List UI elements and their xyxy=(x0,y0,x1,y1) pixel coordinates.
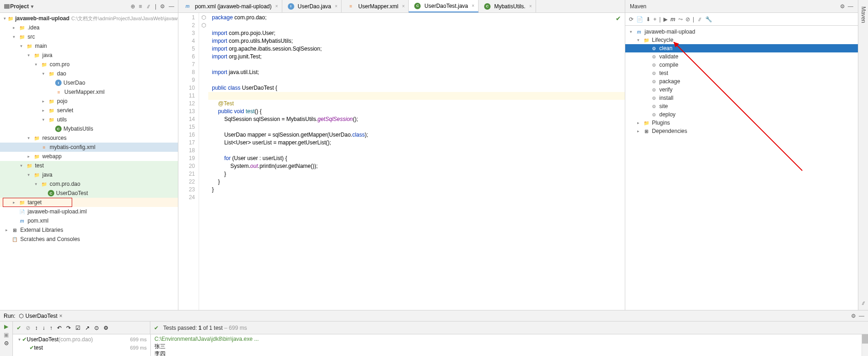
tree-item[interactable]: ▾📁javaweb-mail-uploadC:\文档文件\adminProjec… xyxy=(0,14,178,23)
inspection-ok-icon: ✔ xyxy=(616,15,621,22)
export-icon[interactable]: ☑ xyxy=(75,325,80,331)
tree-item[interactable]: ≡UserMapper.xml xyxy=(0,87,178,97)
maven-item[interactable]: ⚙clean xyxy=(625,44,858,52)
wrench-icon[interactable]: 🔧 xyxy=(705,16,712,23)
close-icon[interactable]: × xyxy=(529,4,532,9)
maven-item[interactable]: ⚙site xyxy=(625,102,858,110)
tree-item[interactable]: 📋Scratches and Consoles xyxy=(0,235,178,244)
maven-item[interactable]: ⚙deploy xyxy=(625,110,858,119)
settings-icon[interactable]: ⚙ xyxy=(160,3,165,10)
offline-icon[interactable]: ⊘ xyxy=(685,16,690,23)
editor-tab[interactable]: IUserDao.java× xyxy=(282,0,342,12)
editor-tab[interactable]: CUserDaoTest.java× xyxy=(409,0,479,12)
right-toolbar: Maven ⫽ xyxy=(858,0,868,310)
reload-icon[interactable]: ⟳ xyxy=(629,16,634,23)
maven-item[interactable]: ▸⊞Dependencies xyxy=(625,127,858,135)
maven-settings-icon[interactable]: ⚙ xyxy=(840,3,845,10)
editor-tab[interactable]: mpom.xml (javaweb-mail-upload)× xyxy=(178,0,282,12)
history-icon[interactable]: ⊙ xyxy=(94,325,99,331)
tree-item[interactable]: ▾📁java xyxy=(0,170,178,179)
test-item[interactable]: ▾ ✔ UserDaoTest (com.pro.dao)699 ms xyxy=(13,335,150,344)
project-tree[interactable]: ▾📁javaweb-mail-uploadC:\文档文件\adminProjec… xyxy=(0,13,178,310)
maven-item[interactable]: ⚙verify xyxy=(625,86,858,94)
run-close-icon[interactable]: × xyxy=(59,313,63,319)
expand-icon[interactable]: ↓ xyxy=(42,325,45,331)
project-icon xyxy=(4,3,10,10)
close-icon[interactable]: × xyxy=(402,4,405,9)
project-header: Project ▾ ⊕ ≡ ⫽ | ⚙ — xyxy=(0,0,178,13)
editor-tab[interactable]: CMybatisUtils.× xyxy=(479,0,536,12)
run-hide-icon[interactable]: — xyxy=(859,313,864,319)
project-dropdown-icon[interactable]: ▾ xyxy=(31,3,34,10)
tree-item[interactable]: CUserDaoTest xyxy=(0,189,178,198)
tree-item[interactable]: 📄javaweb-mail-upload.iml xyxy=(0,207,178,216)
close-icon[interactable]: × xyxy=(335,4,337,9)
maven-item[interactable]: ▾📁Lifecycle xyxy=(625,36,858,44)
run-body: ▶ ▣ ⊝ ✔ ⊘ ↕ ↓ ↑ ↶ ↷ ☑ ↗ ⊙ ⚙ xyxy=(0,322,868,356)
tree-item[interactable]: mpom.xml xyxy=(0,216,178,225)
close-icon[interactable]: × xyxy=(275,4,278,9)
test-fail-icon[interactable]: ⊘ xyxy=(26,325,30,331)
hide-icon[interactable]: — xyxy=(169,3,174,10)
next-icon[interactable]: ↷ xyxy=(66,325,71,331)
gear2-icon[interactable]: ⚙ xyxy=(103,325,108,331)
tree-item[interactable]: ▾📁utils xyxy=(0,115,178,124)
m-icon[interactable]: m xyxy=(670,16,675,23)
maven-item[interactable]: ⚙install xyxy=(625,94,858,102)
test-item[interactable]: ✔ test699 ms xyxy=(13,344,150,352)
tree-item[interactable]: ▾📁java xyxy=(0,51,178,60)
run-settings-icon[interactable]: ⚙ xyxy=(851,313,856,319)
tree-item[interactable]: ▾📁test xyxy=(0,161,178,170)
close-icon[interactable]: × xyxy=(472,3,474,8)
maven-tree[interactable]: ▾mjavaweb-mail-upload▾📁Lifecycle⚙clean⚙v… xyxy=(625,26,858,310)
maven-item[interactable]: ⚙validate xyxy=(625,52,858,61)
test-ok-icon[interactable]: ✔ xyxy=(17,325,21,331)
sort-icon[interactable]: ↕ xyxy=(35,325,38,331)
maven-item[interactable]: ⚙compile xyxy=(625,61,858,69)
generate-icon[interactable]: 📄 xyxy=(636,16,643,23)
code-area[interactable]: package com.pro.dao;import com.pro.pojo.… xyxy=(208,13,625,310)
stop-icon[interactable]: ▣ xyxy=(4,332,9,338)
locate-icon[interactable]: ⊕ xyxy=(131,3,135,10)
collapse-icon[interactable]: ↑ xyxy=(50,325,52,331)
maven-hide-icon[interactable]: — xyxy=(848,3,853,10)
maven-item[interactable]: ▸📁Plugins xyxy=(625,119,858,127)
expand-icon[interactable]: ≡ xyxy=(139,3,142,10)
editor-tab[interactable]: ≡UserMapper.xml× xyxy=(342,0,409,12)
tree-item[interactable]: ▾📁com.pro.dao xyxy=(0,179,178,189)
maven-item[interactable]: ⚙test xyxy=(625,69,858,77)
tree-item[interactable]: ▸⊞External Libraries xyxy=(0,225,178,235)
tree-item[interactable]: ▾📁dao xyxy=(0,69,178,78)
tree-item[interactable]: ▸📁servlet xyxy=(0,106,178,115)
collapse-all-icon[interactable]: ⫽ xyxy=(697,16,702,23)
tree-item[interactable]: ▸📁pojo xyxy=(0,97,178,106)
rerun-icon[interactable]: ▶ xyxy=(4,323,8,330)
run-panel: Run: ⬡ UserDaoTest × ⚙ — ▶ ▣ ⊝ ✔ ⊘ ↕ ↓ ↑… xyxy=(0,310,868,356)
import-icon[interactable]: ↗ xyxy=(85,325,90,331)
tree-item[interactable]: ▸📁webapp xyxy=(0,152,178,161)
tree-item[interactable]: CMybatisUtils xyxy=(0,124,178,133)
maven-item[interactable]: ⚙package xyxy=(625,77,858,86)
tree-item[interactable]: ▾📁resources xyxy=(0,133,178,143)
run-icon[interactable]: ▶ xyxy=(663,16,668,23)
maven-tab[interactable]: Maven xyxy=(859,4,868,26)
prev-icon[interactable]: ↶ xyxy=(57,325,62,331)
tree-item[interactable]: ≡mybatis-config.xml xyxy=(0,143,178,152)
pin-icon[interactable]: ⊝ xyxy=(4,340,9,346)
maven-item[interactable]: ▾mjavaweb-mail-upload xyxy=(625,28,858,36)
add-icon[interactable]: + xyxy=(653,16,657,23)
tree-item[interactable]: ▸📁.idea xyxy=(0,23,178,32)
tree-item[interactable]: IUserDao xyxy=(0,78,178,87)
editor-content[interactable]: 123456789101112131415161718192021222324 … xyxy=(178,13,625,310)
tree-item[interactable]: ▸📁target xyxy=(0,198,178,207)
scrollbar[interactable] xyxy=(862,334,868,356)
collapse-icon[interactable]: ⫽ xyxy=(146,3,151,10)
console-output[interactable]: C:\Environmental\Java\jdk8\bin\java.exe … xyxy=(151,334,868,356)
tree-item[interactable]: ▾📁main xyxy=(0,41,178,51)
download-icon[interactable]: ⬇ xyxy=(646,16,651,23)
right-more-icon[interactable]: ⫽ xyxy=(861,300,866,306)
skip-icon[interactable]: ⤳ xyxy=(678,16,683,23)
tree-item[interactable]: ▾📁src xyxy=(0,32,178,41)
tree-item[interactable]: ▾📁com.pro xyxy=(0,60,178,69)
test-tree[interactable]: ▾ ✔ UserDaoTest (com.pro.dao)699 ms✔ tes… xyxy=(13,334,151,356)
